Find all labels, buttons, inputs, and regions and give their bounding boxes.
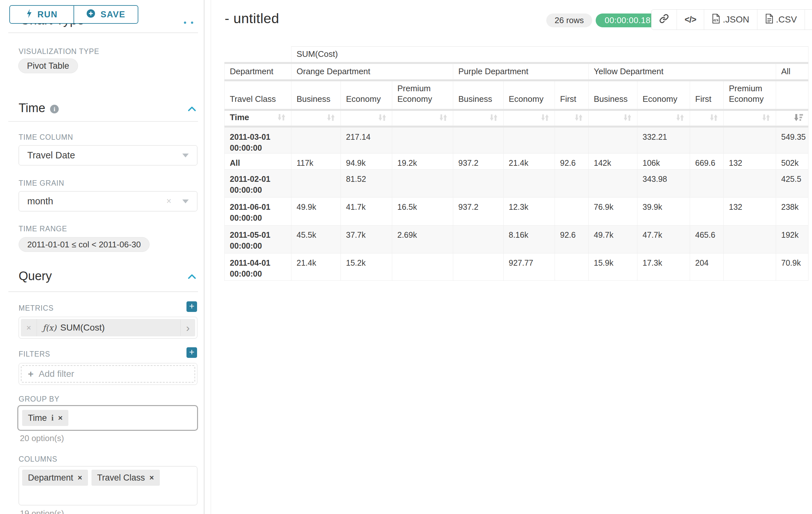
- class-col-header: Business: [291, 80, 341, 110]
- query-section-header[interactable]: Query: [19, 269, 52, 283]
- sort-icon[interactable]: [623, 117, 632, 123]
- pivot-cell: [690, 197, 724, 225]
- pivot-cell: 549.35: [776, 127, 809, 154]
- pivot-cell: 15.9k: [589, 253, 637, 280]
- pivot-cell: 927.77: [503, 253, 555, 280]
- column-sort-cell[interactable]: [589, 110, 637, 127]
- row-label: 2011-02-01 00:00:00: [225, 169, 291, 197]
- column-sort-cell[interactable]: [776, 110, 809, 127]
- export-csv-button[interactable]: .CSV: [757, 10, 805, 30]
- column-sort-cell[interactable]: [555, 110, 589, 127]
- department-col-header: Yellow Department: [589, 63, 776, 80]
- columns-tag[interactable]: Travel Class ×: [91, 470, 160, 486]
- view-query-button[interactable]: </>: [676, 10, 704, 30]
- pivot-cell: [589, 169, 637, 197]
- column-sort-cell[interactable]: [690, 110, 724, 127]
- remove-tag-icon[interactable]: ×: [150, 473, 154, 482]
- corner-cell: [225, 47, 291, 63]
- pivot-cell: 76.9k: [589, 197, 637, 225]
- add-filter-dropzone[interactable]: + Add filter: [21, 365, 195, 383]
- columns-tag[interactable]: Department ×: [22, 470, 88, 486]
- pivot-cell: 92.6: [555, 153, 589, 169]
- class-col-header: Business: [453, 80, 503, 110]
- column-sort-cell[interactable]: [637, 110, 690, 127]
- panel-resize-handle[interactable]: [184, 22, 193, 24]
- pivot-cell: 49.9k: [291, 197, 341, 225]
- expand-chevron-icon[interactable]: ›: [180, 320, 195, 336]
- column-sort-cell[interactable]: [392, 110, 453, 127]
- viz-type-pill[interactable]: Pivot Table: [18, 58, 78, 73]
- time-sort-header[interactable]: Time: [225, 110, 291, 127]
- row-label: 2011-06-01 00:00:00: [225, 197, 291, 225]
- sort-icon[interactable]: [541, 117, 549, 123]
- pivot-cell: 502k: [776, 153, 809, 169]
- sort-icon[interactable]: [326, 117, 336, 123]
- sort-icon[interactable]: [277, 113, 286, 124]
- time-grain-select[interactable]: month ×: [19, 191, 197, 211]
- collapse-chevron-icon[interactable]: [187, 273, 196, 281]
- collapse-chevron-icon[interactable]: [187, 106, 196, 113]
- sort-icon[interactable]: [489, 117, 498, 123]
- column-sort-cell[interactable]: [724, 110, 776, 127]
- pivot-cell: 37.7k: [341, 225, 392, 253]
- time-range-pill[interactable]: 2011-01-01 ≤ col < 2011-06-30: [19, 237, 150, 252]
- run-button[interactable]: RUN: [10, 6, 74, 23]
- add-filter-button[interactable]: +: [186, 347, 197, 358]
- save-button[interactable]: SAVE: [74, 6, 138, 23]
- sort-icon[interactable]: [378, 117, 387, 123]
- pivot-cell: [392, 169, 453, 197]
- column-sort-cell[interactable]: [341, 110, 392, 127]
- share-link-button[interactable]: [651, 10, 676, 30]
- pivot-cell: 132: [724, 197, 776, 225]
- time-section-header[interactable]: Time i: [19, 101, 59, 115]
- metric-pill[interactable]: × ƒ(x) SUM(Cost) ›: [21, 319, 195, 336]
- pivot-cell: [392, 127, 453, 154]
- divider: [8, 291, 198, 292]
- csv-file-icon: [765, 13, 774, 26]
- group-by-select[interactable]: Time i × ×: [17, 405, 198, 431]
- class-col-header: Economy: [637, 80, 690, 110]
- sort-icon[interactable]: [675, 117, 685, 123]
- remove-tag-icon[interactable]: ×: [78, 473, 82, 482]
- time-column-select[interactable]: Travel Date: [19, 145, 197, 165]
- menu-button[interactable]: [805, 10, 812, 30]
- table-row: 2011-05-01 00:00:0045.5k37.7k2.69k8.16k9…: [225, 225, 809, 253]
- department-col-header: All: [776, 63, 809, 80]
- pivot-cell: [724, 225, 776, 253]
- lightning-icon: [26, 9, 32, 21]
- pivot-cell: [453, 169, 503, 197]
- pivot-cell: 49.7k: [589, 225, 637, 253]
- sort-icon[interactable]: [574, 117, 583, 123]
- add-metric-button[interactable]: +: [186, 301, 197, 312]
- clear-icon[interactable]: ×: [166, 196, 171, 206]
- column-sort-cell[interactable]: [453, 110, 503, 127]
- row-count-badge: 26 rows: [546, 13, 592, 27]
- sort-icon[interactable]: [709, 117, 718, 123]
- group-by-tag[interactable]: Time i ×: [22, 410, 68, 426]
- export-json-button[interactable]: .JSON: [704, 10, 757, 30]
- columns-select[interactable]: Department × Travel Class × ×: [19, 466, 197, 505]
- pivot-cell: 204: [690, 253, 724, 280]
- time-grain-label: TIME GRAIN: [19, 179, 64, 188]
- pivot-cell: [690, 127, 724, 154]
- pivot-cell: 669.6: [690, 153, 724, 169]
- pivot-cell: 8.16k: [503, 225, 555, 253]
- column-sort-cell[interactable]: [503, 110, 555, 127]
- column-sort-cell[interactable]: [291, 110, 341, 127]
- pivot-cell: 2.69k: [392, 225, 453, 253]
- metrics-container: × ƒ(x) SUM(Cost) ›: [19, 317, 197, 339]
- metric-header: SUM(Cost): [291, 47, 809, 63]
- group-by-label: GROUP BY: [19, 395, 59, 404]
- filters-label: FILTERS: [19, 350, 50, 358]
- pivot-cell: [555, 169, 589, 197]
- sort-desc-active-icon[interactable]: [793, 117, 803, 123]
- panel-gutter[interactable]: [210, 0, 211, 514]
- pivot-cell: [392, 253, 453, 280]
- pivot-cell: [555, 127, 589, 154]
- sort-icon[interactable]: [762, 117, 771, 123]
- pivot-cell: [555, 253, 589, 280]
- remove-metric-icon[interactable]: ×: [21, 319, 37, 336]
- remove-tag-icon[interactable]: ×: [58, 413, 63, 423]
- sort-icon[interactable]: [439, 117, 448, 123]
- drag-dot-icon: [191, 22, 193, 24]
